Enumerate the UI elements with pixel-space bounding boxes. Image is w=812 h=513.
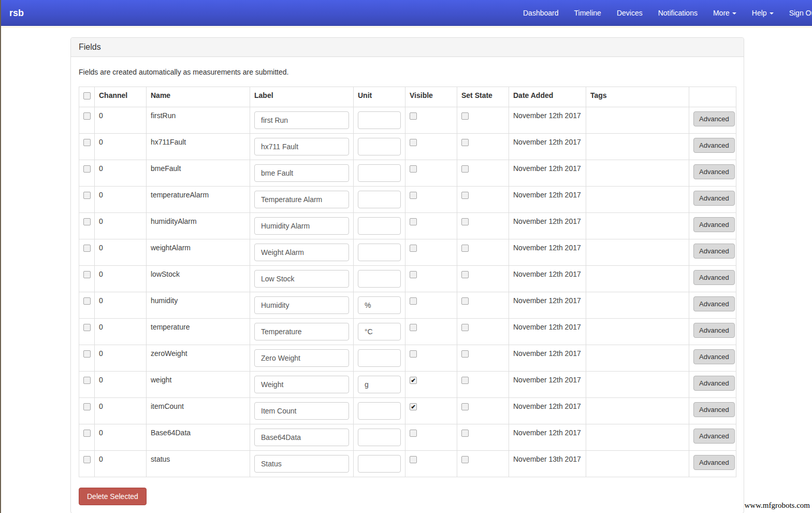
- visible-checkbox[interactable]: [410, 324, 417, 331]
- unit-input[interactable]: [358, 164, 401, 182]
- row-select-checkbox[interactable]: [83, 271, 91, 278]
- row-select-checkbox[interactable]: [83, 245, 91, 252]
- visible-checkbox[interactable]: [410, 350, 417, 358]
- advanced-button[interactable]: Advanced: [693, 349, 735, 364]
- visible-checkbox[interactable]: [410, 271, 417, 278]
- label-input[interactable]: [254, 376, 349, 393]
- advanced-button[interactable]: Advanced: [693, 138, 735, 153]
- label-input[interactable]: [254, 349, 349, 367]
- brand-link[interactable]: rsb: [9, 0, 24, 26]
- row-select-checkbox[interactable]: [83, 324, 91, 331]
- page-title: Fields: [79, 42, 101, 51]
- unit-input[interactable]: [358, 138, 401, 155]
- label-input[interactable]: [254, 323, 349, 340]
- nav-link-dashboard[interactable]: Dashboard: [515, 0, 567, 26]
- visible-checkbox[interactable]: [410, 245, 417, 252]
- unit-input[interactable]: [358, 455, 401, 473]
- nav-dropdown-more[interactable]: More: [705, 0, 744, 26]
- row-select-checkbox[interactable]: [83, 456, 91, 463]
- set-state-checkbox[interactable]: [461, 403, 469, 410]
- label-input[interactable]: [254, 164, 349, 182]
- row-select-checkbox[interactable]: [83, 430, 91, 437]
- label-input[interactable]: [254, 270, 349, 288]
- set-state-checkbox[interactable]: [461, 139, 469, 146]
- advanced-button[interactable]: Advanced: [693, 111, 735, 126]
- delete-selected-button[interactable]: Delete Selected: [79, 488, 147, 505]
- set-state-checkbox[interactable]: [461, 297, 469, 305]
- unit-input[interactable]: [358, 323, 401, 340]
- unit-input[interactable]: [358, 402, 401, 420]
- unit-input[interactable]: [358, 217, 401, 235]
- date-added-cell: November 12th 2017: [509, 319, 586, 345]
- row-select-checkbox[interactable]: [83, 192, 91, 199]
- advanced-button[interactable]: Advanced: [693, 296, 735, 311]
- label-input[interactable]: [254, 191, 349, 208]
- row-select-checkbox[interactable]: [83, 377, 91, 384]
- label-input[interactable]: [254, 296, 349, 314]
- row-select-checkbox[interactable]: [83, 403, 91, 410]
- visible-checkbox[interactable]: [410, 456, 417, 463]
- set-state-checkbox[interactable]: [461, 456, 469, 463]
- label-input[interactable]: [254, 429, 349, 446]
- unit-input[interactable]: [358, 244, 401, 261]
- column-header-select: [79, 87, 95, 107]
- label-input[interactable]: [254, 402, 349, 420]
- nav-link-notifications[interactable]: Notifications: [650, 0, 705, 26]
- visible-checkbox[interactable]: [410, 377, 417, 384]
- advanced-button[interactable]: Advanced: [693, 244, 735, 259]
- advanced-button[interactable]: Advanced: [693, 191, 735, 206]
- label-input[interactable]: [254, 138, 349, 155]
- visible-checkbox[interactable]: [410, 403, 417, 410]
- row-select-checkbox[interactable]: [83, 218, 91, 225]
- visible-checkbox[interactable]: [410, 112, 417, 120]
- set-state-checkbox[interactable]: [461, 165, 469, 173]
- advanced-button[interactable]: Advanced: [693, 429, 735, 444]
- row-select-checkbox[interactable]: [83, 139, 91, 146]
- label-input[interactable]: [254, 455, 349, 473]
- visible-checkbox[interactable]: [410, 139, 417, 146]
- advanced-button[interactable]: Advanced: [693, 217, 735, 232]
- unit-input[interactable]: [358, 429, 401, 446]
- actions-cell: Advanced: [689, 239, 736, 266]
- visible-checkbox[interactable]: [410, 430, 417, 437]
- name-cell: firstRun: [147, 107, 250, 134]
- label-input[interactable]: [254, 111, 349, 129]
- row-select-checkbox[interactable]: [83, 112, 91, 120]
- unit-input[interactable]: [358, 270, 401, 288]
- advanced-button[interactable]: Advanced: [693, 270, 735, 285]
- nav-link-devices[interactable]: Devices: [609, 0, 650, 26]
- unit-input[interactable]: [358, 349, 401, 367]
- unit-input[interactable]: [358, 376, 401, 393]
- nav-dropdown-help[interactable]: Help: [744, 0, 781, 26]
- nav-link-sign-out[interactable]: Sign Out: [781, 0, 812, 26]
- row-select-checkbox[interactable]: [83, 350, 91, 358]
- advanced-button[interactable]: Advanced: [693, 323, 735, 338]
- visible-checkbox[interactable]: [410, 165, 417, 173]
- advanced-button[interactable]: Advanced: [693, 455, 735, 470]
- visible-checkbox[interactable]: [410, 218, 417, 225]
- unit-input[interactable]: [358, 191, 401, 208]
- select-all-checkbox[interactable]: [83, 92, 91, 99]
- set-state-checkbox[interactable]: [461, 245, 469, 252]
- unit-input[interactable]: [358, 296, 401, 314]
- visible-checkbox[interactable]: [410, 297, 417, 305]
- set-state-checkbox[interactable]: [461, 192, 469, 199]
- label-input[interactable]: [254, 217, 349, 235]
- row-select-checkbox[interactable]: [83, 297, 91, 305]
- unit-input[interactable]: [358, 111, 401, 129]
- advanced-button[interactable]: Advanced: [693, 402, 735, 417]
- set-state-checkbox[interactable]: [461, 324, 469, 331]
- row-select-checkbox[interactable]: [83, 165, 91, 173]
- label-input[interactable]: [254, 244, 349, 261]
- set-state-cell: [457, 107, 509, 134]
- advanced-button[interactable]: Advanced: [693, 164, 735, 179]
- set-state-checkbox[interactable]: [461, 218, 469, 225]
- set-state-checkbox[interactable]: [461, 271, 469, 278]
- visible-checkbox[interactable]: [410, 192, 417, 199]
- advanced-button[interactable]: Advanced: [693, 376, 735, 391]
- set-state-checkbox[interactable]: [461, 377, 469, 384]
- set-state-checkbox[interactable]: [461, 350, 469, 358]
- nav-link-timeline[interactable]: Timeline: [567, 0, 609, 26]
- set-state-checkbox[interactable]: [461, 112, 469, 120]
- set-state-checkbox[interactable]: [461, 430, 469, 437]
